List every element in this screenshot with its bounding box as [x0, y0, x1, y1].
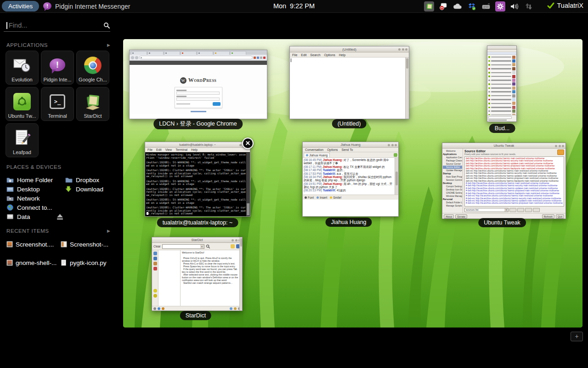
- buddy-row[interactable]: [488, 59, 515, 63]
- menu-item[interactable]: File: [147, 148, 153, 151]
- menu-item[interactable]: View: [165, 148, 172, 151]
- buddy-row[interactable]: [488, 63, 515, 67]
- window-stardict[interactable]: StarDict Clear ▾ Welcome: [152, 237, 243, 311]
- insert-button[interactable]: Insert: [317, 196, 327, 199]
- app-evolution[interactable]: Evolution: [6, 51, 39, 85]
- quit-icon[interactable]: [162, 307, 164, 310]
- toolbar-button[interactable]: [517, 208, 524, 212]
- place-dropbox[interactable]: Dropbox: [65, 176, 99, 184]
- menu-item[interactable]: Options: [324, 53, 335, 57]
- window-buddy-list[interactable]: [487, 46, 517, 122]
- smiley-icon[interactable]: [153, 294, 157, 298]
- scrollbar[interactable]: [239, 237, 242, 310]
- window-ubuntu-tweak[interactable]: Ubuntu Tweak WelcomeApplicationsApplicat…: [442, 143, 566, 219]
- tweak-nav-item[interactable]: Applications: [443, 153, 462, 156]
- chat-log[interactable]: (08:16:45 PM) Jiahua Huang: 对了，Screenlet…: [303, 158, 398, 195]
- search-icon[interactable]: [206, 244, 210, 249]
- window-terminal[interactable]: tualatrix@tualatrix-laptop: ~ FileEditVi…: [145, 142, 250, 217]
- buddy-row[interactable]: [488, 105, 515, 109]
- app-google-chrome[interactable]: Google Ch...: [76, 51, 109, 85]
- tweak-nav-item[interactable]: Manage Scripts: [443, 204, 462, 207]
- focused-app-indicator[interactable]: ! Pidgin Internet Messenger: [43, 0, 130, 13]
- pron-icon[interactable]: [234, 307, 237, 310]
- tweak-nav-item[interactable]: Source Editor: [443, 166, 462, 169]
- buddy-row[interactable]: [488, 109, 515, 113]
- scrollbar[interactable]: [246, 153, 250, 216]
- menu-item[interactable]: File: [292, 53, 297, 57]
- dropbox-icon[interactable]: [467, 1, 477, 12]
- buddy-row[interactable]: [488, 75, 515, 78]
- place-desktop[interactable]: Desktop: [6, 185, 40, 193]
- place-connect-to[interactable]: Connect to...: [6, 203, 52, 212]
- network-updown-icon[interactable]: [524, 1, 534, 12]
- add-workspace-button[interactable]: +: [571, 332, 583, 341]
- tweak-nav-item[interactable]: Auto Start Programs: [443, 175, 462, 178]
- place-home-folder[interactable]: Home Folder: [6, 176, 53, 184]
- translate-icon[interactable]: [153, 262, 157, 265]
- recent-gnome-shell[interactable]: gnome-shell-...: [6, 259, 57, 267]
- app-stardict[interactable]: StarDict: [76, 87, 109, 121]
- close-window-button[interactable]: [242, 138, 254, 149]
- tweak-nav-item[interactable]: Default Folder Loc...: [443, 201, 462, 204]
- tweak-nav-item[interactable]: Session Control: [443, 178, 462, 182]
- volume-icon[interactable]: [509, 1, 520, 12]
- user-menu[interactable]: TualatriX: [547, 2, 583, 9]
- scan-icon[interactable]: [153, 307, 156, 310]
- menu-item[interactable]: Terminal: [175, 148, 187, 151]
- terminal-output[interactable]: Window manager warning: Log level 8: met…: [145, 152, 250, 216]
- buddy-row[interactable]: [488, 71, 515, 75]
- window-google-chrome[interactable]: W WordPress: [129, 50, 267, 119]
- scrollbar[interactable]: [395, 158, 398, 195]
- app-ubuntu-tweak[interactable]: Ubuntu Tw...: [6, 87, 39, 121]
- conversation-tab[interactable]: Jiahua Huang: [304, 153, 330, 157]
- tweak-nav-item[interactable]: Startup: [443, 172, 462, 175]
- source-file-select[interactable]: sources.list▾: [464, 208, 509, 212]
- tweak-nav-item[interactable]: Welcome: [443, 150, 462, 153]
- quit-button[interactable]: Quit: [556, 214, 564, 218]
- word-list[interactable]: [158, 250, 181, 306]
- tweak-nav-item[interactable]: Compiz Settings: [443, 185, 462, 188]
- smiley-icon[interactable]: [153, 289, 157, 293]
- query-input[interactable]: ▾: [162, 244, 204, 249]
- clock[interactable]: Mon9:22 PM: [273, 2, 315, 10]
- buddy-row[interactable]: [488, 67, 515, 70]
- toolbar-button[interactable]: [509, 208, 516, 212]
- record-icon[interactable]: [153, 267, 157, 270]
- refresh-button[interactable]: Refresh: [542, 214, 554, 218]
- buddy-row[interactable]: [488, 90, 515, 94]
- buddy-row[interactable]: [488, 98, 515, 101]
- app-leafpad[interactable]: Leafpad: [6, 123, 39, 157]
- menu-item[interactable]: Conversation: [305, 148, 323, 151]
- message-input[interactable]: [303, 200, 398, 212]
- wazobia-icon[interactable]: [231, 244, 235, 248]
- history-icon[interactable]: [153, 257, 157, 260]
- tweak-nav-item[interactable]: Personal: [443, 198, 462, 201]
- font-button[interactable]: Font: [305, 196, 314, 199]
- text-area[interactable]: [290, 58, 409, 119]
- about-button[interactable]: About: [444, 214, 454, 218]
- buddy-row[interactable]: [488, 82, 515, 86]
- applications-expand-icon[interactable]: ▶: [107, 43, 110, 47]
- scrollbar[interactable]: [405, 58, 409, 119]
- recent-items-expand-icon[interactable]: ▶: [107, 229, 110, 233]
- source-editor-textarea[interactable]: deb http://archive.ubuntu.com/ubuntu/ ka…: [464, 156, 564, 207]
- tweak-nav-item[interactable]: Desktop Icon Setti...: [443, 188, 462, 191]
- status-selector[interactable]: [487, 115, 516, 121]
- definition-area[interactable]: Welcome to StarDict! Press Ctrl+Q to qui…: [181, 250, 242, 306]
- app-pidgin[interactable]: ! Pidgin Inte...: [41, 51, 74, 85]
- buddy-row[interactable]: [488, 78, 515, 82]
- window-conversation[interactable]: Jiahua Huang ConversationOptionsSend To …: [302, 142, 399, 217]
- menu-item[interactable]: Send To: [342, 148, 353, 151]
- buddy-row[interactable]: [488, 55, 515, 59]
- tweak-nav-item[interactable]: Desktop: [443, 182, 462, 185]
- tweak-nav-item[interactable]: Source Center: [443, 162, 462, 166]
- donate-button[interactable]: Donate: [455, 214, 467, 218]
- recent-screenshot-2[interactable]: Screenshot-...: [61, 240, 108, 248]
- menu-item[interactable]: Help: [339, 53, 345, 57]
- back-icon[interactable]: [153, 252, 157, 255]
- buddy-row[interactable]: [488, 86, 515, 90]
- tweak-nav-item[interactable]: Application Center: [443, 156, 462, 159]
- eject-icon[interactable]: [56, 213, 64, 221]
- stardict-tray-icon[interactable]: [424, 1, 434, 12]
- menu-item[interactable]: Search: [310, 53, 320, 57]
